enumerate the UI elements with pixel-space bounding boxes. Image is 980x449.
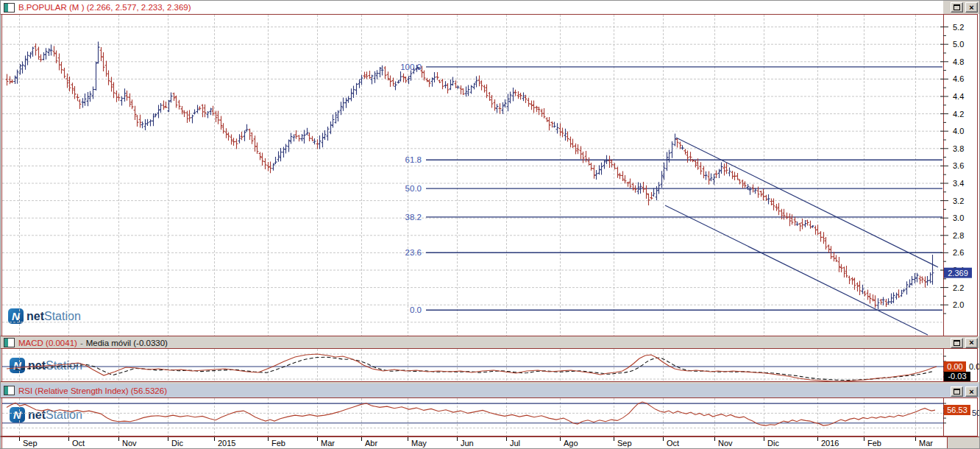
macd-panel: MACD (0.0041) - Media móvil (-0.0330) × … — [1, 337, 980, 382]
fibonacci-level-label: 100.0 — [400, 63, 422, 71]
rsi-value-label: 56.53 — [947, 406, 967, 414]
price-axis-label: 4.4 — [953, 92, 964, 101]
price-chart-panel: B.POPULAR (M ) (2.266, 2.577, 2.233, 2.3… — [1, 1, 980, 336]
macd-chart-canvas[interactable]: 0.00.00-0.03 — [1, 348, 980, 382]
rsi-title: RSI (Relative Strength Index) (56.5326) — [18, 386, 167, 395]
month-label: Sep — [617, 439, 632, 448]
month-label: Dic — [171, 439, 183, 448]
price-axis-label: 4.6 — [953, 74, 964, 83]
netstation-window: B.POPULAR (M ) (2.266, 2.577, 2.233, 2.3… — [0, 0, 980, 449]
price-axis-label: 5.2 — [953, 23, 964, 32]
month-label: Nov — [122, 439, 137, 448]
restore-button[interactable] — [951, 2, 963, 13]
close-icon: × — [969, 388, 973, 396]
rsi-axis-label: 50 — [972, 409, 980, 417]
fibonacci-level-label: 0.0 — [410, 305, 422, 314]
month-label: Jul — [510, 439, 520, 448]
macd-title-separator: - — [80, 339, 83, 347]
rsi-line[interactable] — [7, 402, 935, 425]
price-axis-label: 2.2 — [953, 283, 964, 292]
rsi-panel-titlebar[interactable]: RSI (Relative Strength Index) (56.5326) … — [1, 383, 980, 397]
price-axis-label: 3.8 — [953, 144, 964, 153]
month-label: Mar — [321, 439, 335, 448]
month-label: Oct — [667, 439, 679, 448]
price-axis-label: 2.6 — [953, 248, 964, 257]
macd-chart-area[interactable]: N netStation 0.00.00-0.03 — [1, 348, 980, 382]
price-axis-label: 4.0 — [953, 127, 964, 135]
restore-icon — [954, 340, 960, 346]
ohlc-bars-up[interactable] — [14, 42, 934, 309]
restore-button[interactable] — [951, 386, 963, 397]
close-button[interactable]: × — [965, 386, 978, 397]
trendline[interactable] — [676, 138, 938, 267]
rsi-panel: RSI (Relative Strength Index) (56.5326) … — [1, 383, 980, 436]
month-label: Ago — [564, 439, 578, 448]
close-icon: × — [969, 4, 973, 12]
close-icon: × — [969, 339, 973, 347]
month-label: Abr — [365, 439, 377, 448]
restore-icon — [954, 4, 960, 10]
trendline[interactable] — [665, 205, 928, 335]
fibonacci-level-label: 38.2 — [405, 213, 422, 222]
macd-signal-line[interactable] — [15, 357, 934, 380]
fibonacci-level-label: 23.6 — [405, 248, 422, 257]
price-panel-title: B.POPULAR (M ) (2.266, 2.577, 2.233, 2.3… — [18, 3, 191, 12]
month-label: 2016 — [821, 439, 839, 448]
month-label: Sep — [23, 439, 38, 448]
price-panel-titlebar[interactable]: B.POPULAR (M ) (2.266, 2.577, 2.233, 2.3… — [1, 1, 980, 14]
month-label: Dic — [767, 439, 779, 448]
macd-title: MACD (0.0041) — [18, 339, 77, 347]
macd-signal-title: Media móvil (-0.0330) — [86, 339, 168, 347]
price-axis-label: 3.4 — [953, 179, 964, 188]
month-label: Jun — [461, 439, 474, 448]
month-label: Feb — [867, 439, 881, 448]
time-axis-canvas: SepOctNovDic2015FebMarAbrMayJunJulAgoSep… — [1, 436, 980, 449]
fibonacci-level-label: 61.8 — [405, 155, 422, 164]
price-axis-label: 3.2 — [953, 197, 964, 205]
month-label: Oct — [72, 439, 85, 448]
price-axis-label: 4.2 — [953, 110, 964, 119]
macd-panel-titlebar[interactable]: MACD (0.0041) - Media móvil (-0.0330) × — [1, 337, 980, 348]
macd-axis-label: 0.0 — [969, 362, 980, 371]
rsi-chart-area[interactable]: N netStation 56.5350 — [1, 397, 980, 436]
close-button[interactable]: × — [965, 2, 978, 13]
macd-signal-value-label: -0.03 — [948, 372, 966, 381]
month-label: May — [411, 439, 427, 448]
price-axis-label: 5.0 — [953, 40, 964, 49]
time-axis-background — [1, 436, 948, 449]
price-axis-label: 3.6 — [953, 161, 964, 170]
month-label: Nov — [718, 439, 733, 448]
close-button[interactable]: × — [965, 338, 978, 348]
price-chart-area[interactable]: N netStation 100.061.850.038.223.60.05.2… — [1, 14, 980, 336]
price-axis-label: 3.0 — [953, 213, 964, 222]
month-label: Mar — [919, 439, 933, 448]
macd-line[interactable] — [7, 354, 937, 381]
month-label: Feb — [271, 439, 285, 448]
chart-panel-icon — [4, 338, 15, 347]
ohlc-bars-down[interactable] — [6, 43, 927, 308]
macd-value-label: 0.00 — [947, 362, 962, 371]
restore-button[interactable] — [951, 338, 963, 348]
chart-panel-icon — [4, 386, 15, 395]
restore-icon — [954, 389, 960, 395]
price-axis-label: 2.0 — [953, 300, 964, 309]
time-axis[interactable]: SepOctNovDic2015FebMarAbrMayJunJulAgoSep… — [1, 436, 980, 449]
chart-panel-icon — [4, 3, 15, 13]
rsi-chart-canvas[interactable]: 56.5350 — [1, 397, 980, 436]
price-axis-label: 2.8 — [953, 231, 964, 240]
month-label: 2015 — [218, 439, 235, 448]
fibonacci-level-label: 50.0 — [405, 184, 422, 193]
price-axis-label: 4.8 — [953, 57, 964, 66]
price-chart-canvas[interactable]: 100.061.850.038.223.60.05.25.04.84.64.44… — [1, 14, 980, 336]
current-price-label: 2.369 — [948, 269, 968, 277]
